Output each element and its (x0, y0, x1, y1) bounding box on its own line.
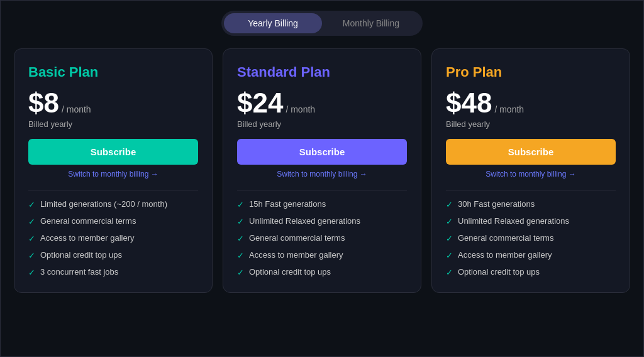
feature-item-basic-4: ✓ 3 concurrent fast jobs (28, 267, 198, 277)
yearly-billing-button[interactable]: Yearly Billing (224, 13, 322, 33)
billed-info-standard: Billed yearly (237, 119, 407, 129)
price-period-pro: / month (494, 104, 524, 114)
switch-billing-pro[interactable]: Switch to monthly billing → (446, 170, 616, 178)
feature-text-standard-2: General commercial terms (249, 233, 345, 243)
subscribe-button-basic[interactable]: Subscribe (28, 139, 198, 165)
check-icon-standard-2: ✓ (237, 234, 244, 243)
check-icon-pro-3: ✓ (446, 251, 453, 260)
check-icon-basic-3: ✓ (28, 251, 35, 260)
feature-item-basic-1: ✓ General commercial terms (28, 216, 198, 226)
feature-item-pro-1: ✓ Unlimited Relaxed generations (446, 216, 616, 226)
price-row-standard: $24 / month (237, 89, 407, 117)
feature-item-standard-1: ✓ Unlimited Relaxed generations (237, 216, 407, 226)
check-icon-standard-0: ✓ (237, 200, 244, 209)
billing-toggle: Yearly Billing Monthly Billing (221, 11, 423, 36)
feature-text-standard-3: Access to member gallery (249, 250, 343, 260)
plan-name-standard: Standard Plan (237, 64, 407, 80)
feature-text-basic-4: 3 concurrent fast jobs (40, 267, 118, 277)
price-amount-basic: $8 (28, 89, 59, 117)
plan-name-pro: Pro Plan (446, 64, 616, 80)
feature-item-standard-3: ✓ Access to member gallery (237, 250, 407, 260)
feature-text-pro-3: Access to member gallery (458, 250, 552, 260)
price-period-basic: / month (62, 104, 91, 114)
check-icon-standard-4: ✓ (237, 268, 244, 277)
feature-text-pro-2: General commercial terms (458, 233, 553, 243)
check-icon-basic-2: ✓ (28, 234, 35, 243)
feature-item-standard-2: ✓ General commercial terms (237, 233, 407, 243)
billed-info-pro: Billed yearly (446, 119, 616, 129)
feature-text-standard-0: 15h Fast generations (249, 199, 326, 209)
feature-text-standard-1: Unlimited Relaxed generations (249, 216, 360, 226)
monthly-billing-button[interactable]: Monthly Billing (322, 13, 420, 33)
price-period-standard: / month (286, 104, 315, 114)
plans-container: Basic Plan $8 / month Billed yearly Subs… (14, 48, 630, 293)
check-icon-standard-1: ✓ (237, 217, 244, 226)
feature-text-basic-3: Optional credit top ups (40, 250, 122, 260)
plan-card-pro: Pro Plan $48 / month Billed yearly Subsc… (431, 48, 630, 293)
feature-item-basic-3: ✓ Optional credit top ups (28, 250, 198, 260)
feature-item-pro-0: ✓ 30h Fast generations (446, 199, 616, 209)
plan-name-basic: Basic Plan (28, 64, 198, 80)
feature-text-basic-1: General commercial terms (40, 216, 136, 226)
billed-info-basic: Billed yearly (28, 119, 198, 129)
subscribe-button-pro[interactable]: Subscribe (446, 139, 616, 165)
feature-list-pro: ✓ 30h Fast generations ✓ Unlimited Relax… (446, 199, 616, 277)
price-amount-standard: $24 (237, 89, 283, 117)
feature-text-pro-4: Optional credit top ups (458, 267, 540, 277)
subscribe-button-standard[interactable]: Subscribe (237, 139, 407, 165)
feature-text-pro-0: 30h Fast generations (458, 199, 535, 209)
switch-billing-basic[interactable]: Switch to monthly billing → (28, 170, 198, 178)
check-icon-pro-1: ✓ (446, 217, 453, 226)
check-icon-basic-0: ✓ (28, 200, 35, 209)
feature-text-basic-0: Limited generations (~200 / month) (40, 199, 167, 209)
plan-card-basic: Basic Plan $8 / month Billed yearly Subs… (14, 48, 213, 293)
price-row-basic: $8 / month (28, 89, 198, 117)
feature-list-basic: ✓ Limited generations (~200 / month) ✓ G… (28, 199, 198, 277)
check-icon-basic-1: ✓ (28, 217, 35, 226)
divider-standard (237, 190, 407, 190)
check-icon-basic-4: ✓ (28, 268, 35, 277)
feature-item-pro-3: ✓ Access to member gallery (446, 250, 616, 260)
feature-item-standard-0: ✓ 15h Fast generations (237, 199, 407, 209)
check-icon-pro-0: ✓ (446, 200, 453, 209)
switch-billing-standard[interactable]: Switch to monthly billing → (237, 170, 407, 178)
price-row-pro: $48 / month (446, 89, 616, 117)
feature-text-basic-2: Access to member gallery (40, 233, 135, 243)
feature-text-pro-1: Unlimited Relaxed generations (458, 216, 569, 226)
feature-list-standard: ✓ 15h Fast generations ✓ Unlimited Relax… (237, 199, 407, 277)
price-amount-pro: $48 (446, 89, 492, 117)
divider-pro (446, 190, 616, 190)
feature-item-pro-2: ✓ General commercial terms (446, 233, 616, 243)
feature-item-basic-0: ✓ Limited generations (~200 / month) (28, 199, 198, 209)
divider-basic (28, 190, 198, 190)
plan-card-standard: Standard Plan $24 / month Billed yearly … (223, 48, 421, 293)
feature-item-standard-4: ✓ Optional credit top ups (237, 267, 407, 277)
feature-text-standard-4: Optional credit top ups (249, 267, 331, 277)
feature-item-basic-2: ✓ Access to member gallery (28, 233, 198, 243)
feature-item-pro-4: ✓ Optional credit top ups (446, 267, 616, 277)
check-icon-pro-2: ✓ (446, 234, 453, 243)
check-icon-pro-4: ✓ (446, 268, 453, 277)
check-icon-standard-3: ✓ (237, 251, 244, 260)
page-wrapper: Yearly Billing Monthly Billing Basic Pla… (0, 0, 644, 357)
